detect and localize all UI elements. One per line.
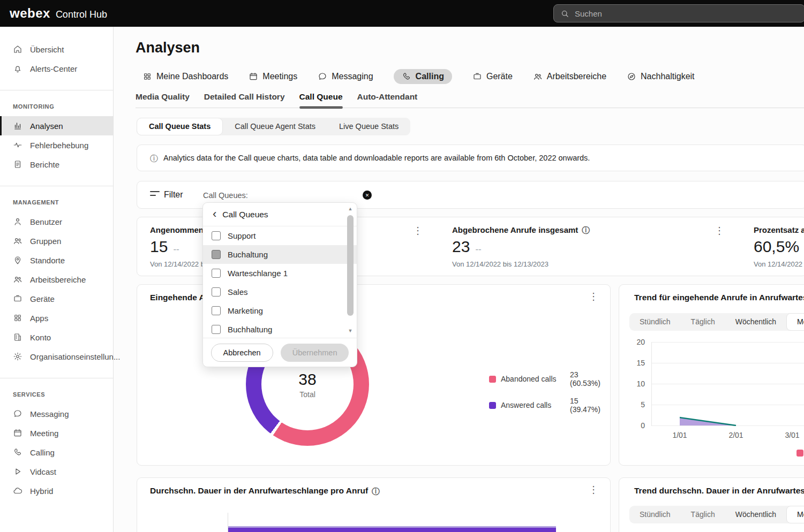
gear-icon [13, 352, 22, 361]
subtab-auto-attendant[interactable]: Auto-Attendant [357, 91, 418, 108]
sidebar-item-organisationseinstellungen[interactable]: Organisationseinstellun... [0, 347, 113, 366]
kpi-prozentsatz: Prozentsatz ab 60,5%-- Von 12/14/2022 b [754, 217, 804, 268]
info-banner: ⓘ Analytics data for the Call queue char… [137, 145, 804, 171]
dropdown-option-list: Support Buchaltung Warteschlange 1 Sales… [203, 226, 357, 339]
option-buchhaltung[interactable]: Buchhaltung [203, 320, 357, 339]
sidebar-item-standorte[interactable]: Standorte [0, 250, 113, 270]
phone-icon [13, 447, 22, 457]
tab-calling[interactable]: Calling [394, 69, 452, 84]
info-icon[interactable]: ⓘ [372, 487, 380, 495]
tab-nachhaltigkeit[interactable]: Nachhaltigkeit [627, 72, 695, 81]
tab-meine-dashboards[interactable]: Meine Dashboards [142, 72, 228, 81]
checkbox-checked[interactable] [212, 250, 221, 259]
segment-call-queue-stats[interactable]: Call Queue Stats [137, 118, 223, 135]
phone-icon [402, 72, 411, 81]
legend-answered-calls[interactable]: Answered calls 15 (39.47%) [489, 397, 610, 414]
pulse-icon [13, 140, 22, 150]
tab-meetings[interactable]: Meetings [249, 72, 297, 81]
interval-tab-woechentlich[interactable]: Wöchentlich [725, 506, 786, 523]
segment-call-queue-agent-stats[interactable]: Call Queue Agent Stats [223, 118, 327, 135]
checkbox[interactable] [212, 325, 221, 334]
scrollbar-thumb[interactable] [347, 215, 354, 316]
tab-arbeitsbereiche[interactable]: Arbeitsbereiche [533, 72, 606, 81]
chevron-left-icon[interactable]: ‹ [213, 208, 216, 220]
subtab-call-queue[interactable]: Call Queue [299, 91, 343, 108]
subtab-detailed-call-history[interactable]: Detailed Call History [204, 91, 285, 108]
checkbox[interactable] [212, 287, 221, 297]
checkbox[interactable] [212, 269, 221, 278]
sidebar-item-benutzer[interactable]: Benutzer [0, 212, 113, 231]
checkbox[interactable] [212, 306, 221, 315]
apply-button[interactable]: Übernehmen [281, 344, 349, 362]
kpi-kebab-menu[interactable]: ⋮ [413, 226, 423, 235]
cancel-button[interactable]: Abbrechen [211, 344, 273, 362]
card-kebab-menu[interactable]: ⋮ [589, 485, 598, 495]
sidebar-item-apps[interactable]: Apps [0, 308, 113, 328]
sidebar-item-messaging[interactable]: Messaging [0, 404, 113, 423]
legend-swatch-purple [489, 402, 496, 409]
scroll-up-icon[interactable]: ▲ [347, 206, 354, 211]
home-icon [13, 44, 22, 54]
users-icon [13, 236, 22, 246]
sidebar-item-arbeitsbereiche[interactable]: Arbeitsbereiche [0, 270, 113, 289]
kpi-kebab-menu[interactable]: ⋮ [715, 226, 724, 235]
clear-filter-button[interactable]: ✕ [363, 191, 372, 200]
sidebar-item-meeting[interactable]: Meeting [0, 423, 113, 443]
sidebar-item-calling[interactable]: Calling [0, 443, 113, 462]
card-kebab-menu[interactable]: ⋮ [589, 292, 598, 301]
segment-live-queue-stats[interactable]: Live Queue Stats [327, 118, 410, 135]
sidebar-item-geraete[interactable]: Geräte [0, 289, 113, 308]
interval-tab-taeglich[interactable]: Täglich [681, 313, 725, 331]
user-icon [13, 217, 22, 226]
dropdown-scrollbar[interactable]: ▲ ▼ [347, 206, 354, 333]
interval-tab-monatlich[interactable]: Monatlich [786, 313, 804, 331]
option-buchaltung[interactable]: Buchaltung [203, 245, 357, 264]
subtab-media-quality[interactable]: Media Quality [136, 91, 190, 108]
legend-abandoned-calls[interactable]: Abandoned calls 23 (60.53%) [489, 370, 610, 387]
area-chart[interactable] [651, 342, 804, 426]
sidebar-item-fehlerbehebung[interactable]: Fehlerbehebung [0, 135, 113, 155]
interval-tab-stuendlich[interactable]: Stündlich [629, 313, 681, 331]
tab-messaging[interactable]: Messaging [318, 72, 373, 81]
queue-stats-segmented-control: Call Queue Stats Call Queue Agent Stats … [137, 118, 410, 135]
top-bar: webex Control Hub [0, 0, 804, 27]
search-input[interactable] [575, 9, 778, 18]
sidebar-item-gruppen[interactable]: Gruppen [0, 231, 113, 250]
chat-bubble-icon [13, 409, 22, 419]
scroll-down-icon[interactable]: ▼ [347, 328, 354, 333]
sidebar-item-analysen[interactable]: Analysen [0, 116, 113, 135]
sidebar-item-konto[interactable]: Konto [0, 328, 113, 347]
option-warteschlange-1[interactable]: Warteschlange 1 [203, 264, 357, 283]
checkbox[interactable] [212, 231, 221, 240]
call-queues-filter-field[interactable]: Call Queues: [203, 191, 248, 200]
option-support[interactable]: Support [203, 226, 357, 245]
tab-geraete[interactable]: Geräte [472, 72, 513, 81]
report-icon [13, 159, 22, 169]
page-title: Analysen [136, 40, 200, 56]
sidebar-item-vidcast[interactable]: Vidcast [0, 462, 113, 481]
subtab-divider [136, 108, 804, 108]
interval-tab-woechentlich[interactable]: Wöchentlich [725, 313, 786, 331]
duration-bar[interactable] [228, 526, 556, 532]
interval-tab-monatlich[interactable]: Monatlich [786, 506, 804, 523]
sidebar-item-hybrid[interactable]: Hybrid [0, 481, 113, 500]
global-search[interactable] [553, 4, 804, 22]
webex-logo: webex [10, 6, 50, 21]
x-axis-tick: 1/01 [664, 431, 696, 439]
filter-icon[interactable] [150, 191, 160, 199]
sidebar-item-berichte[interactable]: Berichte [0, 155, 113, 174]
brand-logo: webex Control Hub [10, 6, 107, 21]
option-sales[interactable]: Sales [203, 283, 357, 301]
sidebar-item-alerts-center[interactable]: Alerts-Center [0, 59, 113, 78]
interval-tab-stuendlich[interactable]: Stündlich [629, 506, 681, 523]
option-marketing[interactable]: Marketing [203, 301, 357, 320]
info-icon[interactable]: ⓘ [582, 226, 590, 234]
sidebar-item-uebersicht[interactable]: Übersicht [0, 40, 113, 59]
interval-tab-taeglich[interactable]: Täglich [681, 506, 725, 523]
legend-swatch-pink[interactable] [797, 450, 803, 457]
sidebar-divider [0, 186, 113, 186]
search-icon [560, 9, 569, 18]
sustainability-leaf-icon [627, 72, 636, 81]
kpi-angenommene: Angenommene 15-- Von 12/14/2022 b [150, 217, 208, 268]
calendar-icon [249, 72, 258, 81]
